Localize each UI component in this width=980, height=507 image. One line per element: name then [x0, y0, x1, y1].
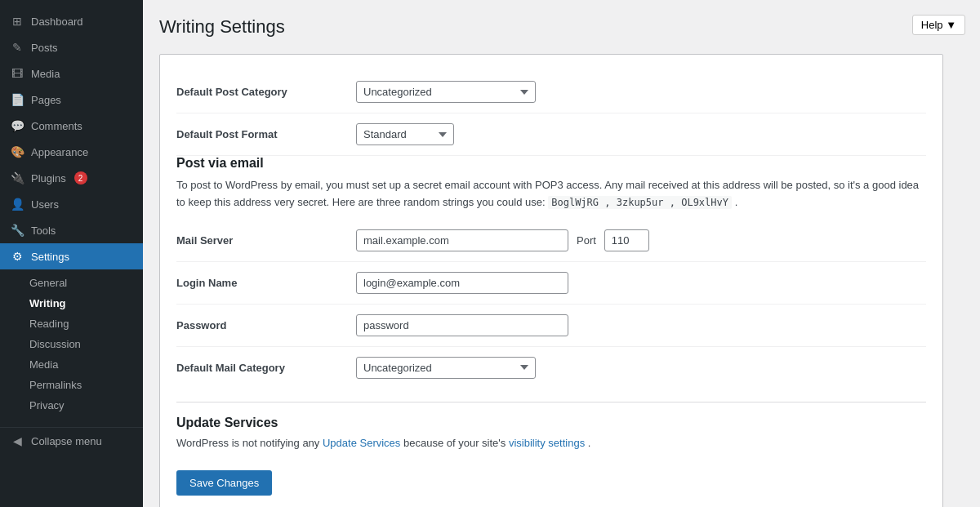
page-title: Writing Settings — [159, 16, 964, 38]
users-icon: 👤 — [10, 198, 24, 211]
default-post-format-control: Standard Aside Image Video Quote Link Ga… — [356, 123, 926, 145]
default-mail-category-row: Default Mail Category Uncategorized — [176, 347, 926, 389]
sidebar-item-label: Comments — [31, 120, 82, 132]
submenu-item-privacy[interactable]: Privacy — [0, 395, 143, 416]
sidebar-item-posts[interactable]: ✎ Posts — [0, 34, 143, 60]
post-via-email-heading: Post via email — [176, 156, 926, 171]
plugins-icon: 🔌 — [10, 171, 24, 185]
post-via-email-description: To post to WordPress by email, you must … — [176, 177, 926, 211]
settings-card: Default Post Category Uncategorized Defa… — [159, 54, 943, 507]
default-post-category-control: Uncategorized — [356, 81, 926, 103]
password-row: Password password — [176, 305, 926, 347]
sidebar: ⊞ Dashboard ✎ Posts 🎞 Media 📄 Pages 💬 Co… — [0, 0, 143, 507]
sidebar-item-users[interactable]: 👤 Users — [0, 191, 143, 217]
default-post-format-select[interactable]: Standard Aside Image Video Quote Link Ga… — [356, 123, 454, 145]
main-content: Help ▼ Writing Settings Default Post Cat… — [143, 0, 980, 507]
visibility-settings-link[interactable]: visibility settings — [509, 437, 585, 449]
default-post-format-label: Default Post Format — [176, 128, 356, 140]
password-label: Password — [176, 319, 356, 331]
sidebar-item-comments[interactable]: 💬 Comments — [0, 113, 143, 139]
collapse-menu-button[interactable]: ◀ Collapse menu — [0, 427, 143, 454]
update-services-link[interactable]: Update Services — [323, 437, 400, 449]
collapse-label: Collapse menu — [31, 435, 102, 447]
plugins-badge: 2 — [74, 171, 87, 185]
port-input[interactable]: 110 — [604, 229, 649, 251]
mail-server-row: Mail Server mail.example.com Port 110 — [176, 220, 926, 262]
settings-icon: ⚙ — [10, 250, 24, 263]
save-changes-button[interactable]: Save Changes — [176, 470, 272, 496]
default-mail-category-select[interactable]: Uncategorized — [356, 357, 536, 379]
help-button[interactable]: Help ▼ — [912, 15, 965, 35]
submenu-item-writing[interactable]: Writing — [0, 293, 143, 314]
sidebar-item-appearance[interactable]: 🎨 Appearance — [0, 139, 143, 165]
comments-icon: 💬 — [10, 119, 24, 132]
sidebar-item-label: Posts — [31, 42, 58, 54]
sidebar-item-dashboard[interactable]: ⊞ Dashboard — [0, 8, 143, 34]
sidebar-item-label: Tools — [31, 225, 56, 237]
default-post-format-row: Default Post Format Standard Aside Image… — [176, 113, 926, 156]
default-post-category-row: Default Post Category Uncategorized — [176, 71, 926, 113]
update-services-heading: Update Services — [176, 402, 926, 430]
submenu-item-discussion[interactable]: Discussion — [0, 334, 143, 354]
update-services-description: WordPress is not notifying any Update Se… — [176, 437, 926, 449]
sidebar-item-label: Pages — [31, 94, 61, 106]
sidebar-item-pages[interactable]: 📄 Pages — [0, 87, 143, 113]
default-post-category-label: Default Post Category — [176, 86, 356, 98]
default-mail-category-label: Default Mail Category — [176, 362, 356, 374]
random-strings: BoglWjRG , 3zkup5ur , OL9xlHvY — [548, 196, 732, 209]
default-post-category-select[interactable]: Uncategorized — [356, 81, 536, 103]
sidebar-item-label: Media — [31, 68, 60, 80]
media-icon: 🎞 — [10, 67, 24, 80]
sidebar-item-settings[interactable]: ⚙ Settings — [0, 243, 143, 269]
mail-server-label: Mail Server — [176, 234, 356, 247]
submenu-item-reading[interactable]: Reading — [0, 314, 143, 334]
pages-icon: 📄 — [10, 93, 24, 106]
sidebar-item-label: Users — [31, 198, 59, 211]
sidebar-item-label: Plugins — [31, 172, 66, 185]
submenu-item-general[interactable]: General — [0, 273, 143, 293]
submenu-item-media[interactable]: Media — [0, 354, 143, 375]
port-label: Port — [577, 234, 596, 247]
sidebar-item-tools[interactable]: 🔧 Tools — [0, 217, 143, 243]
sidebar-item-label: Dashboard — [31, 16, 83, 28]
submenu-item-permalinks[interactable]: Permalinks — [0, 375, 143, 395]
password-input[interactable]: password — [356, 314, 568, 336]
mail-server-input[interactable]: mail.example.com — [356, 229, 568, 251]
login-name-control: login@example.com — [356, 272, 926, 294]
wp-container: ⊞ Dashboard ✎ Posts 🎞 Media 📄 Pages 💬 Co… — [0, 0, 980, 507]
collapse-icon: ◀ — [10, 434, 24, 447]
password-control: password — [356, 314, 926, 336]
settings-submenu: General Writing Reading Discussion Media… — [0, 269, 143, 419]
sidebar-item-plugins[interactable]: 🔌 Plugins 2 — [0, 165, 143, 191]
default-mail-category-control: Uncategorized — [356, 357, 926, 379]
login-name-label: Login Name — [176, 277, 356, 289]
posts-icon: ✎ — [10, 41, 24, 54]
sidebar-item-label: Appearance — [31, 146, 88, 158]
mail-server-control: mail.example.com Port 110 — [356, 229, 926, 251]
tools-icon: 🔧 — [10, 224, 24, 237]
appearance-icon: 🎨 — [10, 145, 24, 158]
sidebar-item-media[interactable]: 🎞 Media — [0, 60, 143, 87]
login-name-input[interactable]: login@example.com — [356, 272, 568, 294]
dashboard-icon: ⊞ — [10, 15, 24, 28]
sidebar-item-label: Settings — [31, 251, 69, 263]
login-name-row: Login Name login@example.com — [176, 262, 926, 305]
